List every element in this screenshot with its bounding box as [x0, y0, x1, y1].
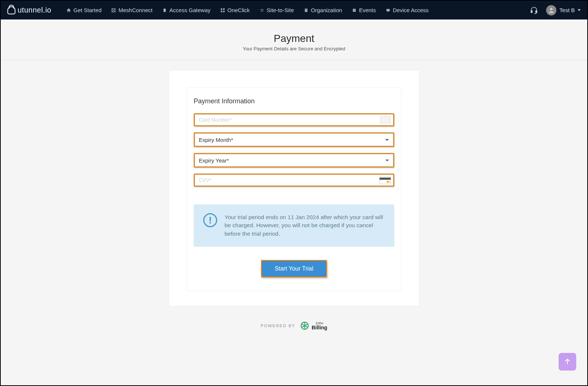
trial-notice: ! Your trial period ends on 11 Jan 2024 …	[194, 204, 394, 247]
nav-label: Organization	[311, 7, 342, 13]
svg-rect-1	[164, 8, 166, 12]
nav-meshconnect[interactable]: MeshConnect	[111, 7, 153, 13]
lock-icon	[7, 6, 15, 14]
nav-events[interactable]: Events	[352, 7, 376, 13]
svg-rect-2	[221, 8, 222, 10]
grid-icon	[220, 8, 225, 13]
cta-highlight: Start Your Trial	[261, 260, 327, 278]
expiry-month-highlight: Expiry Month*	[194, 132, 394, 147]
page-title: Payment	[1, 33, 587, 44]
svg-rect-10	[306, 10, 307, 10]
page-header: Payment Your Payment Details are Secure …	[1, 19, 587, 60]
expiry-month-select[interactable]: Expiry Month*	[195, 133, 393, 146]
payment-form: Payment Information Expiry Month* Expiry…	[187, 87, 401, 291]
svg-rect-17	[536, 10, 537, 12]
nav-label: OneClick	[227, 7, 250, 13]
server-icon	[162, 8, 167, 13]
nav-label: Device Access	[393, 7, 429, 13]
nav-device-access[interactable]: Device Access	[386, 7, 429, 13]
svg-rect-5	[223, 11, 225, 12]
user-menu[interactable]: Test B	[546, 5, 581, 15]
nav-label: Events	[359, 7, 376, 13]
cvv-input[interactable]	[195, 175, 393, 186]
powered-by: POWERED BY Zoho Billing	[1, 321, 587, 330]
nav-access-gateway[interactable]: Access Gateway	[162, 7, 211, 13]
card-number-highlight	[194, 113, 394, 126]
mesh-icon	[111, 8, 116, 13]
nav-site-to-site[interactable]: Site-to-Site	[259, 7, 294, 13]
payment-card: Payment Information Expiry Month* Expiry…	[169, 70, 419, 306]
svg-rect-14	[386, 9, 390, 11]
expiry-year-highlight: Expiry Year*	[194, 153, 394, 168]
expiry-year-select[interactable]: Expiry Year*	[195, 154, 393, 167]
start-trial-button[interactable]: Start Your Trial	[262, 261, 326, 276]
form-heading: Payment Information	[194, 97, 394, 105]
notice-text: Your trial period ends on 11 Jan 2024 af…	[225, 213, 385, 238]
scroll-top-button[interactable]	[559, 353, 576, 371]
svg-rect-16	[531, 10, 533, 12]
zoho-mark-icon	[300, 321, 309, 330]
nav-oneclick[interactable]: OneClick	[220, 7, 250, 13]
powered-by-label: POWERED BY	[261, 324, 295, 328]
info-icon: !	[203, 213, 217, 227]
user-name: Test B	[559, 7, 575, 13]
svg-rect-9	[305, 10, 306, 10]
zoho-billing-logo[interactable]: Zoho Billing	[300, 321, 327, 330]
support-icon[interactable]	[530, 6, 538, 14]
svg-rect-7	[305, 9, 306, 10]
list-icon	[352, 8, 357, 13]
cvv-card-icon	[379, 176, 391, 184]
zoho-text: Zoho Billing	[312, 322, 327, 330]
zoho-big: Billing	[312, 325, 327, 330]
svg-point-18	[550, 8, 553, 10]
page-subtitle: Your Payment Details are Secure and Encr…	[1, 46, 587, 51]
nav-label: MeshConnect	[118, 7, 153, 13]
cta-wrap: Start Your Trial	[194, 260, 394, 278]
building-icon	[304, 8, 309, 13]
card-brand-icon	[380, 116, 391, 124]
svg-rect-6	[305, 8, 307, 12]
svg-rect-3	[223, 8, 225, 10]
brand-logo[interactable]: utunnel.io	[7, 6, 51, 14]
monitor-icon	[386, 8, 391, 13]
nav-items: Get Started MeshConnect Access Gateway O…	[66, 7, 530, 13]
svg-rect-8	[306, 9, 307, 10]
svg-rect-15	[387, 11, 388, 12]
svg-rect-11	[353, 9, 356, 12]
nav-organization[interactable]: Organization	[304, 7, 342, 13]
nav-label: Get Started	[74, 7, 102, 13]
nav-right: Test B	[530, 5, 581, 15]
nav-label: Site-to-Site	[267, 7, 294, 13]
top-navbar: utunnel.io Get Started MeshConnect Acces…	[1, 1, 587, 19]
cvv-highlight	[194, 174, 394, 187]
nav-get-started[interactable]: Get Started	[66, 7, 102, 13]
brand-name: utunnel.io	[18, 6, 51, 14]
chevron-down-icon	[578, 9, 581, 11]
home-icon	[66, 8, 71, 13]
card-number-input[interactable]	[195, 114, 393, 125]
nav-label: Access Gateway	[169, 7, 211, 13]
arrows-icon	[259, 8, 265, 13]
avatar	[546, 5, 556, 15]
arrow-up-icon	[563, 357, 572, 366]
svg-rect-4	[221, 11, 222, 12]
